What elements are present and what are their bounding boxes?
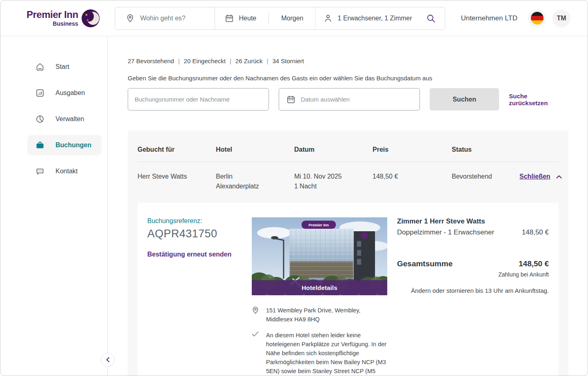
resend-confirmation-link[interactable]: Bestätigung erneut senden	[147, 251, 231, 258]
sidebar-collapse-button[interactable]	[101, 353, 115, 367]
check-icon	[252, 331, 259, 376]
row-toggle-cell: Schließen	[519, 172, 562, 191]
home-icon	[36, 62, 44, 71]
row-date: Mi 10. Nov 2025 1 Nacht	[294, 172, 373, 191]
table-header-row: Gebucht für Hotel Datum Preis Status	[138, 130, 559, 162]
room-guest-title: Zimmer 1 Herr Steve Watts	[397, 217, 549, 226]
booking-detail-panel: Buchungsreferenz: AQPR431750 Bestätigung…	[138, 203, 559, 376]
account-area: Unternehmen LTD TM	[461, 9, 570, 27]
chat-bubble-icon	[36, 167, 44, 176]
briefcase-icon	[36, 141, 44, 150]
sidebar-item-buchungen[interactable]: Buchungen	[27, 135, 102, 155]
sidebar-item-label: Ausgaben	[55, 89, 85, 97]
chevron-up-icon[interactable]	[556, 172, 562, 181]
booking-number-input[interactable]	[128, 88, 269, 111]
col-header-datum: Datum	[294, 146, 373, 153]
sidebar-item-verwalten[interactable]: Verwalten	[27, 109, 102, 129]
hotel-details-button[interactable]: Hoteldetails	[252, 280, 387, 295]
avatar-initials: TM	[557, 15, 566, 22]
logo-sub-brand: Business	[27, 21, 78, 27]
room-price: 148,50 €	[522, 228, 549, 237]
main-content: 27 Bevorstehend | 20 Eingecheckt | 26 Zu…	[108, 36, 588, 376]
app-window: Premier Inn Business ✦✦ Wohin geht es? H…	[0, 0, 588, 376]
col-header-preis: Preis	[373, 146, 452, 153]
status-count-zurueck: 26 Zurück	[235, 58, 263, 64]
calendar-icon	[286, 95, 295, 104]
sidebar-item-ausgaben[interactable]: Ausgaben	[27, 83, 102, 103]
date-divider	[268, 13, 269, 24]
user-avatar[interactable]: TM	[552, 9, 570, 27]
date-tomorrow-option[interactable]: Morgen	[281, 15, 303, 22]
location-pin-icon	[252, 306, 259, 324]
status-count-bevorstehend: 27 Bevorstehend	[128, 58, 174, 64]
room-type: Doppelzimmer - 1 Erwachsener	[397, 228, 494, 237]
date-today-option[interactable]: Heute	[239, 15, 257, 22]
language-selector[interactable]	[528, 9, 546, 27]
row-status-badge: Bevorstehend	[452, 172, 519, 191]
row-hotel-name: Berlin Alexanderplatz	[216, 172, 294, 191]
location-pin-icon	[126, 14, 135, 23]
status-count-storniert: 34 Storniert	[272, 58, 304, 64]
sidebar-item-label: Kontakt	[55, 168, 78, 175]
hotel-photo[interactable]: Premier Inn	[252, 217, 387, 295]
search-icon[interactable]	[426, 13, 436, 23]
col-header-hotel: Hotel	[216, 146, 294, 153]
status-count-eingecheckt: 20 Eingecheckt	[184, 58, 226, 64]
hotel-search-bar: Wohin geht es? Heute Morgen 1 Erwachsene…	[115, 7, 445, 30]
search-button[interactable]: Suchen	[430, 88, 499, 111]
premier-inn-logo[interactable]: Premier Inn Business ✦✦	[27, 9, 100, 27]
date-picker-input[interactable]	[279, 88, 420, 111]
payment-note: Zahlung bei Ankunft	[397, 271, 549, 278]
guests-summary: 1 Erwachsener, 1 Zimmer	[338, 15, 412, 22]
sidebar-item-start[interactable]: Start	[27, 57, 102, 77]
table-row: Herr Steve Watts Berlin Alexanderplatz M…	[138, 162, 559, 203]
booking-reference-label: Buchungsreferenz:	[147, 217, 244, 225]
date-quick-select: Heute Morgen	[215, 7, 315, 29]
logo-brand-name: Premier Inn	[27, 10, 78, 20]
german-flag-icon	[531, 12, 544, 24]
cancellation-note: Ändern oder stornieren bis 13 Uhr am Ank…	[397, 287, 549, 294]
sidebar-item-label: Start	[55, 63, 69, 71]
top-header: Premier Inn Business ✦✦ Wohin geht es? H…	[0, 0, 588, 36]
sidebar-item-label: Buchungen	[55, 142, 91, 149]
total-label: Gesamtsumme	[397, 259, 453, 268]
total-value: 148,50 €	[519, 259, 549, 268]
row-price: 148,50 €	[373, 172, 452, 191]
moon-logo-icon: ✦✦	[82, 9, 100, 27]
hotel-address: 151 Wembley Park Drive, Wembley, Middles…	[266, 306, 387, 324]
person-icon	[324, 14, 333, 23]
sidebar-item-kontakt[interactable]: Kontakt	[27, 161, 102, 181]
reset-search-link[interactable]: Suche zurücksetzen	[509, 93, 568, 106]
close-details-link[interactable]: Schließen	[519, 173, 550, 180]
destination-placeholder: Wohin geht es?	[140, 15, 186, 22]
svg-text:Premier Inn: Premier Inn	[308, 223, 329, 227]
booking-status-summary: 27 Bevorstehend | 20 Eingecheckt | 26 Zu…	[128, 58, 568, 64]
sidebar-item-label: Verwalten	[55, 115, 84, 123]
destination-field[interactable]: Wohin geht es?	[115, 7, 215, 29]
booking-reference-code: AQPR431750	[147, 228, 244, 240]
booking-filter-row: Suchen Suche zurücksetzen	[128, 88, 568, 111]
bookings-table: Gebucht für Hotel Datum Preis Status Her…	[128, 130, 568, 376]
hotel-address-row: 151 Wembley Park Drive, Wembley, Middles…	[252, 306, 387, 324]
sidebar-nav: Start Ausgaben Verwalten Buchungen	[0, 36, 108, 376]
pie-chart-icon	[36, 115, 44, 124]
bar-chart-icon	[36, 88, 44, 97]
chevron-left-icon	[105, 357, 110, 363]
parking-info-text: An diesem Hotel stehen leider keine hote…	[266, 331, 387, 376]
company-name: Unternehmen LTD	[461, 14, 517, 22]
col-header-status: Status	[452, 146, 519, 153]
guests-field[interactable]: 1 Erwachsener, 1 Zimmer	[315, 7, 445, 29]
calendar-icon	[225, 14, 234, 23]
row-guest-name: Herr Steve Watts	[138, 172, 216, 191]
parking-info-row: An diesem Hotel stehen leider keine hote…	[252, 331, 387, 376]
col-header-gebucht-fuer: Gebucht für	[138, 146, 216, 153]
search-instruction: Geben Sie die Buchungsnummer oder den Na…	[128, 75, 568, 82]
